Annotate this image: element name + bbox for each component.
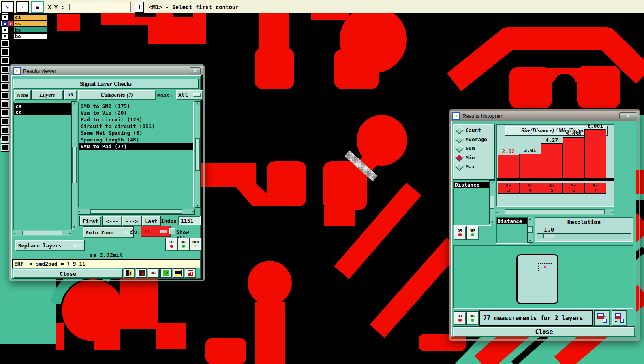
close-icon[interactable]: X	[619, 112, 637, 119]
layer-row-cs[interactable]: cs ✒	[0, 14, 48, 20]
layers-list-hscrollbar[interactable]: ◄►	[13, 230, 71, 236]
series-list-2[interactable]: Distance	[496, 217, 529, 244]
layer-name[interactable]: bs	[13, 27, 47, 33]
layer-checkbox[interactable]	[1, 92, 9, 99]
results-viewer-titlebar[interactable]: x Results viewer X	[11, 66, 203, 75]
stat-radio-sum[interactable]: Sum	[454, 142, 494, 151]
results-histogram-window[interactable]: x Results histogram X Count Average Sum …	[449, 109, 640, 341]
layer-checkbox[interactable]	[1, 33, 9, 40]
layer-name[interactable]: cs	[13, 14, 47, 20]
series-list[interactable]: Distance	[453, 181, 491, 226]
layer-checkbox[interactable]	[1, 66, 9, 73]
stat-radio-min[interactable]: Min	[454, 151, 494, 160]
histogram-bar[interactable]: 2.92	[498, 148, 519, 178]
measure-angle-icon[interactable]: ∠	[16, 1, 29, 13]
layer-row-bs[interactable]: bs	[0, 27, 48, 33]
numeric-12-icon[interactable]: 12	[161, 269, 171, 277]
layer-row-bo[interactable]: bo	[0, 33, 48, 39]
exit-icon[interactable]	[124, 269, 135, 277]
category-item[interactable]: SMD to SMD (175)	[79, 103, 193, 110]
import-histogram-icon[interactable]: ←	[612, 311, 627, 326]
result-layers-list[interactable]: cs ss	[13, 102, 73, 230]
series-list-vscrollbar[interactable]: ▲▼	[490, 181, 495, 224]
histogram-bar[interactable]: 3.01	[519, 147, 541, 178]
results-viewer-window[interactable]: x Results viewer X Signal Layer Checks N…	[9, 64, 205, 281]
severity-dropdown[interactable]: !!	[141, 226, 170, 236]
ref-button[interactable]: REF	[467, 312, 479, 325]
histogram-close-button[interactable]: Close	[453, 327, 635, 337]
index-input[interactable]: 1151	[178, 216, 201, 225]
layers-button[interactable]: Layers	[32, 90, 63, 100]
layer-checkbox[interactable]	[1, 144, 9, 151]
next-button[interactable]: --->	[122, 216, 141, 226]
histogram-bar[interactable]: 5.038	[563, 131, 584, 178]
show-all-checkbox[interactable]	[169, 228, 175, 234]
layer-checkbox[interactable]	[1, 74, 9, 82]
del-button[interactable]: DEL	[454, 312, 466, 325]
ref-button[interactable]: REF	[467, 226, 479, 240]
histogram-bar[interactable]: 4.27	[541, 137, 563, 178]
chart-hscrollbar[interactable]: ◄►	[496, 209, 614, 215]
replace-layers-dropdown[interactable]: Replace layers	[15, 240, 84, 251]
meas-dropdown[interactable]: All	[176, 90, 203, 100]
layer-name[interactable]: ss	[13, 21, 47, 26]
layer-checkbox[interactable]	[1, 40, 9, 47]
grid-icon[interactable]: ⊞	[31, 1, 44, 13]
close-icon[interactable]: X	[190, 67, 201, 74]
categories-hscrollbar[interactable]: ◄►	[78, 209, 194, 214]
layer-name[interactable]: bo	[13, 33, 47, 39]
layer-checkbox[interactable]	[1, 135, 9, 143]
category-item[interactable]: Via to Via (20)	[79, 110, 193, 117]
layer-checkbox[interactable]	[1, 48, 9, 56]
none-button[interactable]: None	[14, 90, 31, 100]
xy-input[interactable]	[68, 2, 131, 12]
resolution-slider[interactable]	[537, 234, 631, 239]
layer-checkbox[interactable]	[1, 118, 9, 125]
stat-radio-count[interactable]: Count	[454, 125, 494, 133]
slider-thumb[interactable]	[543, 234, 555, 238]
category-item[interactable]: Circuit to circuit (111)	[79, 123, 193, 130]
category-item[interactable]: Pad to circuit (175)	[79, 117, 193, 123]
histogram-titlebar[interactable]: x Results histogram X	[451, 111, 639, 121]
all-button[interactable]: All	[64, 90, 77, 100]
last-button[interactable]: Last	[142, 216, 160, 226]
histogram-icon[interactable]	[185, 269, 196, 277]
layer-checkbox[interactable]	[1, 83, 9, 91]
alert-button[interactable]: !	[135, 2, 144, 13]
categories-list[interactable]: SMD to SMD (175) Via to Via (20) Pad to …	[78, 102, 194, 207]
category-item-selected[interactable]: SMD to Pad (77)	[79, 143, 193, 150]
ref-clear-icon[interactable]: REF✕	[148, 269, 159, 277]
stat-radio-max[interactable]: Max	[454, 160, 494, 170]
prev-button[interactable]: <---	[103, 216, 122, 226]
pan-arrow-icon[interactable]: ⇲	[1, 1, 14, 13]
layer-checkbox[interactable]	[1, 126, 9, 134]
series-list-2-vscrollbar[interactable]: ▲▼	[528, 217, 533, 242]
categories-header-button[interactable]: Categories (7)	[78, 90, 156, 100]
categories-vscrollbar[interactable]: ▲▼	[195, 102, 200, 207]
probe-icon[interactable]	[136, 269, 147, 277]
layer-checkbox-column[interactable]	[1, 40, 9, 153]
del-button[interactable]: DEL	[166, 238, 178, 251]
auto-zoom-dropdown[interactable]: Auto Zoom	[83, 227, 133, 238]
list-item[interactable]: Distance	[497, 218, 528, 224]
undo-button[interactable]: UNDO↺	[190, 238, 201, 251]
first-button[interactable]: First	[80, 216, 101, 226]
report-icon[interactable]	[173, 269, 184, 277]
category-item[interactable]: Same Net Spacing (6)	[79, 130, 193, 137]
layer-checkbox[interactable]	[1, 109, 9, 117]
layer-checkbox[interactable]	[1, 14, 9, 21]
list-item[interactable]: Distance	[454, 182, 490, 188]
layer-row-ss[interactable]: ◤ ss ✒▦	[0, 21, 48, 26]
layer-checkbox[interactable]	[1, 57, 9, 64]
list-item[interactable]: cs	[14, 103, 71, 109]
layers-list-vscrollbar[interactable]: ▲▼	[72, 102, 77, 229]
layer-checkbox[interactable]	[1, 100, 9, 108]
preview-area[interactable]	[453, 245, 633, 309]
export-histogram-icon[interactable]: ↓	[595, 311, 610, 326]
stat-radio-average[interactable]: Average	[454, 133, 494, 142]
del-button[interactable]: DEL	[454, 226, 466, 240]
ref-button[interactable]: REF	[178, 238, 190, 251]
list-item[interactable]: ss	[14, 109, 71, 115]
layer-checkbox-active[interactable]	[1, 21, 8, 27]
viewer-close-button[interactable]: Close	[13, 269, 122, 278]
